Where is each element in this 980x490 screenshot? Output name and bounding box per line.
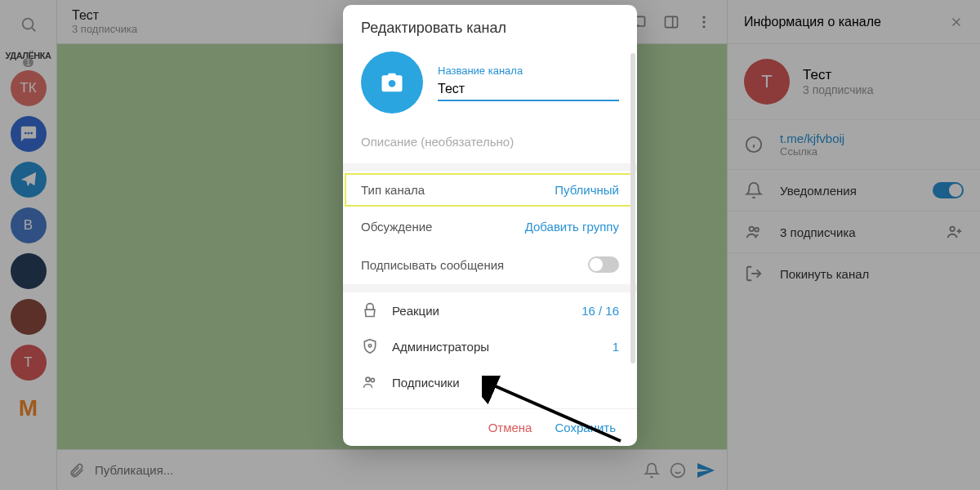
subscribers-row[interactable]: Подписчики [343,364,637,400]
people-icon [361,374,379,390]
save-button[interactable]: Сохранить [555,421,616,434]
admins-row[interactable]: Администраторы 1 [343,328,637,364]
sign-toggle[interactable] [588,256,619,273]
shield-icon [361,338,379,354]
edit-channel-modal: Редактировать канал Название канала Опис… [343,5,637,446]
admins-label: Администраторы [392,340,599,354]
discussion-value: Добавить группу [525,220,619,234]
channel-type-row[interactable]: Тип канала Публичный [343,172,637,208]
sign-messages-row[interactable]: Подписывать сообщения [343,245,637,284]
divider [343,284,637,292]
modal-title: Редактировать канал [343,5,637,45]
channel-photo-button[interactable] [361,51,423,114]
svg-point-25 [371,378,374,381]
svg-point-22 [389,80,396,87]
channel-type-value: Публичный [555,183,619,197]
svg-point-24 [366,377,370,381]
modal-scrollbar[interactable] [630,53,635,363]
cancel-button[interactable]: Отмена [488,421,532,434]
reactions-label: Реакции [392,304,568,318]
admins-value: 1 [612,340,619,354]
description-input[interactable]: Описание (необязательно) [343,127,637,163]
reactions-value: 16 / 16 [581,304,619,318]
subs-label: Подписчики [392,376,619,390]
channel-type-label: Тип канала [361,183,425,197]
divider [343,163,637,172]
name-field-label: Название канала [438,65,619,77]
channel-name-input[interactable] [438,78,619,101]
sign-label: Подписывать сообщения [361,258,504,272]
discussion-label: Обсуждение [361,220,432,234]
reactions-row[interactable]: Реакции 16 / 16 [343,292,637,328]
discussion-row[interactable]: Обсуждение Добавить группу [343,208,637,245]
reactions-icon [361,302,379,318]
svg-point-23 [368,345,371,347]
